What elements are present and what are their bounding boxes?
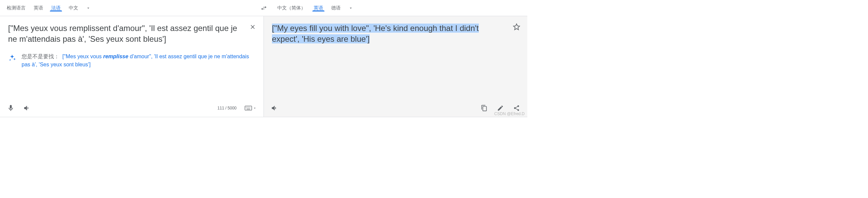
svg-rect-3: [248, 107, 249, 107]
save-translation-button[interactable]: [513, 23, 521, 31]
source-tab-chinese[interactable]: 中文: [65, 5, 82, 11]
source-more-languages-button[interactable]: [82, 2, 94, 14]
target-tab-chinese-simplified[interactable]: 中文（简体）: [273, 5, 310, 11]
target-footer: [264, 101, 527, 117]
copy-icon: [481, 105, 488, 111]
suggestion-label: 您是不是要找：: [22, 54, 59, 59]
target-tab-english[interactable]: 英语: [310, 5, 327, 11]
target-text-output: ["My eyes fill you with love", 'He's kin…: [264, 16, 527, 50]
target-tab-german[interactable]: 德语: [327, 5, 345, 11]
swap-languages-button[interactable]: [257, 1, 271, 15]
chevron-down-icon: [348, 6, 353, 10]
suggestion-text[interactable]: 您是不是要找： ["Mes yeux vous remplisse d'amou…: [22, 53, 255, 69]
clear-source-button[interactable]: [249, 23, 257, 31]
speaker-icon: [23, 104, 31, 112]
source-tab-french[interactable]: 法语: [47, 5, 65, 11]
language-tabs-row: 检测语言 英语 法语 中文 中文（简体） 英语 德语: [0, 0, 527, 16]
listen-source-button[interactable]: [23, 104, 31, 112]
svg-rect-0: [245, 106, 252, 110]
sparkle-icon: [8, 54, 16, 62]
svg-rect-4: [250, 107, 250, 107]
chevron-down-icon: [253, 106, 257, 110]
character-count: 111 / 5000: [217, 106, 237, 110]
suggest-edit-button[interactable]: [496, 104, 504, 112]
translate-panels: ["Mes yeux vous remplissent d'amour", 'I…: [0, 16, 527, 117]
svg-rect-5: [247, 109, 250, 109]
pencil-icon: [497, 105, 504, 111]
listen-target-button[interactable]: [271, 104, 279, 112]
copy-translation-button[interactable]: [480, 104, 488, 112]
did-you-mean-suggestion: 您是不是要找： ["Mes yeux vous remplisse d'amou…: [0, 50, 264, 71]
microphone-button[interactable]: [7, 104, 15, 112]
microphone-icon: [7, 104, 14, 112]
star-icon: [513, 23, 520, 31]
input-method-button[interactable]: [245, 105, 257, 111]
source-panel: ["Mes yeux vous remplissent d'amour", 'I…: [0, 16, 264, 117]
speaker-icon: [271, 104, 278, 112]
source-language-tabs: 检测语言 英语 法语 中文: [3, 2, 254, 14]
source-tab-detect[interactable]: 检测语言: [3, 5, 30, 11]
svg-rect-2: [247, 107, 248, 107]
source-footer: 111 / 5000: [0, 101, 264, 117]
target-more-languages-button[interactable]: [345, 2, 357, 14]
target-language-tabs: 中文（简体） 英语 德语: [273, 2, 525, 14]
close-icon: [249, 24, 256, 30]
target-panel: ["My eyes fill you with love", 'He's kin…: [264, 16, 527, 117]
chevron-down-icon: [86, 6, 91, 10]
swap-icon: [260, 5, 267, 11]
source-tab-english[interactable]: 英语: [30, 5, 47, 11]
source-text-input[interactable]: ["Mes yeux vous remplissent d'amour", 'I…: [0, 16, 264, 50]
keyboard-icon: [245, 105, 252, 111]
share-translation-button[interactable]: [513, 104, 521, 112]
share-icon: [513, 105, 520, 111]
svg-rect-1: [246, 107, 247, 107]
